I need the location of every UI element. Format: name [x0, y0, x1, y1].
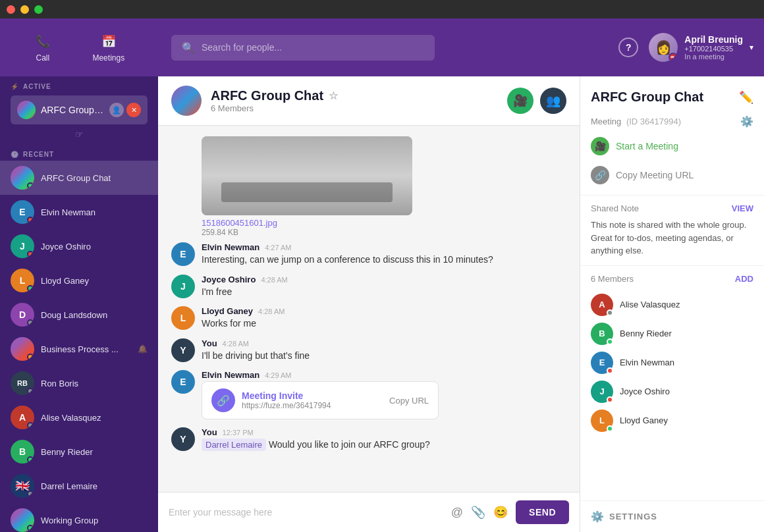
meeting-invite-title[interactable]: Meeting Invite: [242, 390, 383, 401]
sidebar-item-darrel[interactable]: 🇬🇧 Darrel Lemaire: [0, 469, 158, 503]
chevron-down-icon[interactable]: ▾: [750, 43, 753, 52]
message-avatar: L: [171, 306, 195, 330]
message-meta: Elvin Newman 4:29 AM: [202, 370, 566, 380]
message-avatar: J: [171, 275, 195, 298]
emoji-icon[interactable]: 😊: [493, 505, 508, 519]
meeting-invite-url[interactable]: https://fuze.me/36417994: [242, 401, 383, 410]
user-info: April Breunig +17002140535 In a meeting: [684, 34, 743, 61]
members-header: 6 Members ADD: [591, 274, 753, 284]
maximize-button[interactable]: [34, 5, 43, 14]
attachment-icon[interactable]: 📎: [471, 505, 485, 519]
meetings-label: Meetings: [92, 53, 124, 63]
active-chat-name: ARFC Group ...: [41, 105, 104, 115]
copy-meeting-url-action[interactable]: 🔗 Copy Meeting URL: [591, 163, 753, 187]
sidebar-item-arfc-group[interactable]: ARFC Group Chat: [0, 161, 158, 195]
video-call-button[interactable]: 🎥: [507, 88, 533, 114]
status-dot: [27, 182, 34, 189]
message-time: 4:27 AM: [265, 244, 291, 252]
chat-header-info: ARFC Group Chat ☆ 6 Members: [211, 88, 498, 113]
sidebar-item-label: Alise Valasquez: [41, 413, 148, 423]
member-status-dot: [607, 367, 613, 374]
send-button[interactable]: SEND: [516, 500, 569, 524]
chat-members-count: 6 Members: [211, 103, 498, 113]
message-time: 4:29 AM: [265, 371, 291, 379]
active-chat-item[interactable]: ARFC Group ... 👤 ✕: [11, 95, 148, 124]
chat-avatar: J: [11, 234, 34, 258]
recent-section: 🕐 RECENT: [0, 144, 158, 161]
sidebar-item-ron[interactable]: RB Ron Boris: [0, 366, 158, 400]
meetings-icon: 📅: [99, 32, 118, 51]
bell-icon: 🔔: [138, 344, 148, 354]
message-avatar: Y: [171, 338, 195, 362]
search-bar[interactable]: 🔍: [171, 35, 435, 61]
help-button[interactable]: ?: [618, 38, 638, 57]
note-text: This note is shared with the whole group…: [591, 219, 753, 257]
mention-icon[interactable]: @: [451, 506, 463, 519]
settings-footer[interactable]: ⚙️ SETTINGS: [580, 500, 764, 532]
chat-header-avatar: [171, 86, 202, 116]
tagged-user[interactable]: Darrel Lemaire: [202, 439, 266, 451]
message-content: Lloyd Ganey 4:28 AM Works for me: [202, 306, 566, 331]
file-name[interactable]: 1518600451601.jpg: [202, 218, 277, 228]
chat-avatar: A: [11, 406, 34, 429]
settings-label: SETTINGS: [609, 512, 657, 521]
member-name: Joyce Oshiro: [620, 386, 670, 396]
sidebar-item-lloyd[interactable]: L Lloyd Ganey: [0, 263, 158, 298]
message-avatar: E: [171, 242, 195, 266]
add-member-button[interactable]: ADD: [735, 274, 753, 284]
sidebar-item-doug[interactable]: D Doug Landsdown: [0, 298, 158, 332]
sidebar-item-label: Ron Boris: [41, 379, 148, 388]
sidebar-item-working-group[interactable]: Working Group: [0, 503, 158, 532]
active-chat-avatar: [17, 101, 36, 119]
member-name: Benny Rieder: [620, 329, 672, 338]
note-header: Shared Note VIEW: [591, 203, 753, 213]
sidebar-item-alise[interactable]: A Alise Valasquez: [0, 400, 158, 435]
group-button[interactable]: 👥: [540, 88, 566, 114]
copy-url-button[interactable]: Copy URL: [389, 396, 429, 406]
member-status-dot: [607, 309, 613, 316]
nav-left: 📞 Call 📅 Meetings: [0, 18, 158, 76]
message-time: 4:28 AM: [258, 307, 285, 315]
message-content: Elvin Newman 4:27 AM Interesting, can we…: [202, 242, 566, 267]
message-meta: You 12:37 PM: [202, 427, 566, 437]
sidebar-item-elvin[interactable]: E Elvin Newman: [0, 195, 158, 229]
gear-icon[interactable]: ⚙️: [740, 115, 753, 128]
message-author: Elvin Newman: [202, 370, 259, 380]
meeting-section: Meeting (ID 36417994) ⚙️ 🎥 Start a Meeti…: [580, 107, 764, 196]
nav-call[interactable]: 📞 Call: [34, 32, 52, 63]
star-icon[interactable]: ☆: [329, 90, 338, 102]
message-content: You 12:37 PM Darrel Lemaire Would you li…: [202, 427, 566, 452]
titlebar: [0, 0, 764, 18]
member-item: B Benny Rieder: [591, 319, 753, 348]
call-icon: 📞: [34, 32, 52, 51]
messages-area: 1518600451601.jpg 259.84 KB E Elvin Newm…: [158, 126, 580, 492]
sidebar-item-label: Darrel Lemaire: [41, 481, 148, 491]
minimize-button[interactable]: [20, 5, 29, 14]
nav-meetings[interactable]: 📅 Meetings: [92, 32, 124, 63]
close-button[interactable]: [7, 5, 15, 14]
cursor-indicator: ☞: [11, 128, 148, 140]
sidebar-item-benny[interactable]: B Benny Rieder: [0, 435, 158, 469]
message-author: Joyce Oshiro: [202, 275, 256, 284]
sidebar-item-label: Business Process ...: [41, 344, 131, 354]
image-placeholder: [202, 136, 412, 215]
end-call-badge[interactable]: ✕: [126, 103, 141, 117]
message-avatar: Y: [171, 427, 195, 451]
active-icon: ⚡: [11, 83, 19, 90]
search-input[interactable]: [202, 42, 424, 53]
member-item: E Elvin Newman: [591, 348, 753, 377]
sidebar-item-joyce[interactable]: J Joyce Oshiro: [0, 229, 158, 263]
status-dot: [27, 319, 34, 326]
edit-icon[interactable]: ✏️: [739, 90, 753, 105]
view-button[interactable]: VIEW: [732, 203, 753, 213]
chat-list: ARFC Group Chat E Elvin Newman J: [0, 161, 158, 532]
member-name: Alise Valasquez: [620, 300, 680, 309]
chat-avatar: D: [11, 303, 34, 327]
message-input[interactable]: [169, 507, 443, 518]
settings-gear-icon: ⚙️: [591, 510, 604, 523]
message-row: E Elvin Newman 4:29 AM 🔗 Meeting Invite …: [171, 370, 566, 419]
sidebar-item-business-process[interactable]: Business Process ... 🔔: [0, 332, 158, 366]
user-profile[interactable]: 👩 🇦🇹 April Breunig +17002140535 In a mee…: [649, 33, 753, 62]
start-meeting-action[interactable]: 🎥 Start a Meeting: [591, 134, 753, 158]
video-action-badge[interactable]: 👤: [109, 103, 124, 117]
